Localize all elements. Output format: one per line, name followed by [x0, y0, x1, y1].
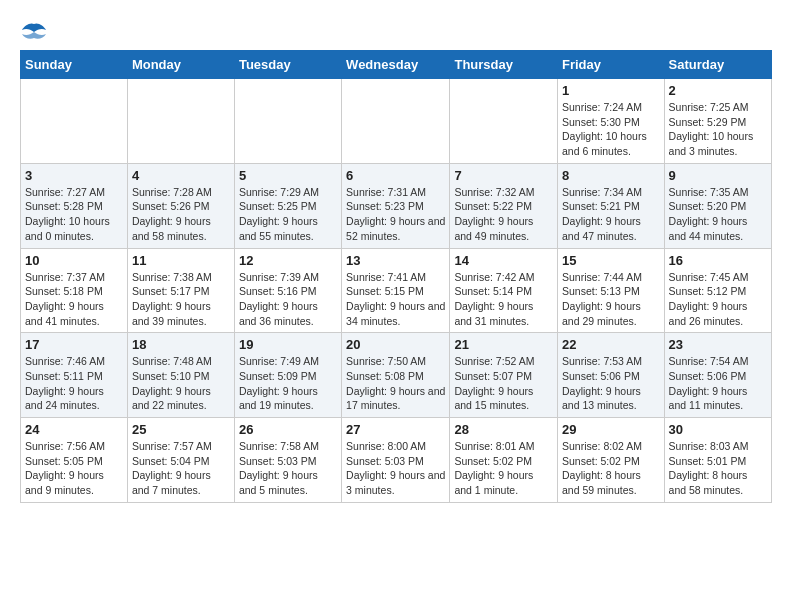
day-info: Sunrise: 7:25 AM Sunset: 5:29 PM Dayligh… — [669, 100, 767, 159]
day-number: 17 — [25, 337, 123, 352]
day-number: 29 — [562, 422, 660, 437]
calendar-cell: 10Sunrise: 7:37 AM Sunset: 5:18 PM Dayli… — [21, 248, 128, 333]
day-info: Sunrise: 7:28 AM Sunset: 5:26 PM Dayligh… — [132, 185, 230, 244]
day-info: Sunrise: 7:49 AM Sunset: 5:09 PM Dayligh… — [239, 354, 337, 413]
day-info: Sunrise: 7:46 AM Sunset: 5:11 PM Dayligh… — [25, 354, 123, 413]
header — [20, 20, 772, 42]
day-number: 30 — [669, 422, 767, 437]
day-number: 27 — [346, 422, 445, 437]
day-number: 23 — [669, 337, 767, 352]
weekday-header-sunday: Sunday — [21, 51, 128, 79]
calendar-cell: 8Sunrise: 7:34 AM Sunset: 5:21 PM Daylig… — [558, 163, 665, 248]
calendar-cell: 15Sunrise: 7:44 AM Sunset: 5:13 PM Dayli… — [558, 248, 665, 333]
calendar-cell: 1Sunrise: 7:24 AM Sunset: 5:30 PM Daylig… — [558, 79, 665, 164]
day-info: Sunrise: 7:38 AM Sunset: 5:17 PM Dayligh… — [132, 270, 230, 329]
day-info: Sunrise: 7:45 AM Sunset: 5:12 PM Dayligh… — [669, 270, 767, 329]
weekday-header-friday: Friday — [558, 51, 665, 79]
calendar-cell: 30Sunrise: 8:03 AM Sunset: 5:01 PM Dayli… — [664, 418, 771, 503]
day-number: 1 — [562, 83, 660, 98]
day-info: Sunrise: 7:52 AM Sunset: 5:07 PM Dayligh… — [454, 354, 553, 413]
calendar-cell: 17Sunrise: 7:46 AM Sunset: 5:11 PM Dayli… — [21, 333, 128, 418]
day-number: 13 — [346, 253, 445, 268]
calendar-header: SundayMondayTuesdayWednesdayThursdayFrid… — [21, 51, 772, 79]
day-number: 12 — [239, 253, 337, 268]
day-number: 24 — [25, 422, 123, 437]
calendar-cell — [342, 79, 450, 164]
calendar-cell: 28Sunrise: 8:01 AM Sunset: 5:02 PM Dayli… — [450, 418, 558, 503]
calendar-cell — [234, 79, 341, 164]
day-info: Sunrise: 7:56 AM Sunset: 5:05 PM Dayligh… — [25, 439, 123, 498]
logo-bird-icon — [20, 20, 48, 42]
calendar-cell: 7Sunrise: 7:32 AM Sunset: 5:22 PM Daylig… — [450, 163, 558, 248]
calendar-cell: 22Sunrise: 7:53 AM Sunset: 5:06 PM Dayli… — [558, 333, 665, 418]
weekday-header-tuesday: Tuesday — [234, 51, 341, 79]
day-number: 14 — [454, 253, 553, 268]
calendar-week-5: 24Sunrise: 7:56 AM Sunset: 5:05 PM Dayli… — [21, 418, 772, 503]
day-number: 15 — [562, 253, 660, 268]
day-number: 10 — [25, 253, 123, 268]
calendar-cell: 12Sunrise: 7:39 AM Sunset: 5:16 PM Dayli… — [234, 248, 341, 333]
calendar-table: SundayMondayTuesdayWednesdayThursdayFrid… — [20, 50, 772, 503]
day-info: Sunrise: 7:58 AM Sunset: 5:03 PM Dayligh… — [239, 439, 337, 498]
day-info: Sunrise: 7:31 AM Sunset: 5:23 PM Dayligh… — [346, 185, 445, 244]
day-number: 3 — [25, 168, 123, 183]
day-info: Sunrise: 7:34 AM Sunset: 5:21 PM Dayligh… — [562, 185, 660, 244]
day-info: Sunrise: 7:42 AM Sunset: 5:14 PM Dayligh… — [454, 270, 553, 329]
day-info: Sunrise: 8:03 AM Sunset: 5:01 PM Dayligh… — [669, 439, 767, 498]
day-info: Sunrise: 7:35 AM Sunset: 5:20 PM Dayligh… — [669, 185, 767, 244]
calendar-cell — [127, 79, 234, 164]
day-info: Sunrise: 7:53 AM Sunset: 5:06 PM Dayligh… — [562, 354, 660, 413]
day-number: 6 — [346, 168, 445, 183]
day-info: Sunrise: 7:50 AM Sunset: 5:08 PM Dayligh… — [346, 354, 445, 413]
logo — [20, 20, 52, 42]
calendar-cell: 26Sunrise: 7:58 AM Sunset: 5:03 PM Dayli… — [234, 418, 341, 503]
calendar-cell: 2Sunrise: 7:25 AM Sunset: 5:29 PM Daylig… — [664, 79, 771, 164]
day-info: Sunrise: 7:24 AM Sunset: 5:30 PM Dayligh… — [562, 100, 660, 159]
day-number: 4 — [132, 168, 230, 183]
calendar-cell: 24Sunrise: 7:56 AM Sunset: 5:05 PM Dayli… — [21, 418, 128, 503]
calendar-cell: 25Sunrise: 7:57 AM Sunset: 5:04 PM Dayli… — [127, 418, 234, 503]
day-number: 7 — [454, 168, 553, 183]
weekday-header-row: SundayMondayTuesdayWednesdayThursdayFrid… — [21, 51, 772, 79]
calendar-cell: 29Sunrise: 8:02 AM Sunset: 5:02 PM Dayli… — [558, 418, 665, 503]
calendar-cell — [450, 79, 558, 164]
day-number: 8 — [562, 168, 660, 183]
page: SundayMondayTuesdayWednesdayThursdayFrid… — [0, 0, 792, 513]
day-number: 19 — [239, 337, 337, 352]
weekday-header-wednesday: Wednesday — [342, 51, 450, 79]
calendar-cell: 27Sunrise: 8:00 AM Sunset: 5:03 PM Dayli… — [342, 418, 450, 503]
weekday-header-monday: Monday — [127, 51, 234, 79]
day-info: Sunrise: 7:39 AM Sunset: 5:16 PM Dayligh… — [239, 270, 337, 329]
day-number: 20 — [346, 337, 445, 352]
day-info: Sunrise: 7:32 AM Sunset: 5:22 PM Dayligh… — [454, 185, 553, 244]
day-info: Sunrise: 8:02 AM Sunset: 5:02 PM Dayligh… — [562, 439, 660, 498]
day-number: 18 — [132, 337, 230, 352]
weekday-header-saturday: Saturday — [664, 51, 771, 79]
calendar-week-1: 1Sunrise: 7:24 AM Sunset: 5:30 PM Daylig… — [21, 79, 772, 164]
day-info: Sunrise: 7:27 AM Sunset: 5:28 PM Dayligh… — [25, 185, 123, 244]
day-info: Sunrise: 7:37 AM Sunset: 5:18 PM Dayligh… — [25, 270, 123, 329]
day-info: Sunrise: 8:00 AM Sunset: 5:03 PM Dayligh… — [346, 439, 445, 498]
calendar-cell: 21Sunrise: 7:52 AM Sunset: 5:07 PM Dayli… — [450, 333, 558, 418]
day-info: Sunrise: 7:29 AM Sunset: 5:25 PM Dayligh… — [239, 185, 337, 244]
calendar-cell: 11Sunrise: 7:38 AM Sunset: 5:17 PM Dayli… — [127, 248, 234, 333]
calendar-cell: 16Sunrise: 7:45 AM Sunset: 5:12 PM Dayli… — [664, 248, 771, 333]
day-info: Sunrise: 7:48 AM Sunset: 5:10 PM Dayligh… — [132, 354, 230, 413]
calendar-cell — [21, 79, 128, 164]
calendar-cell: 19Sunrise: 7:49 AM Sunset: 5:09 PM Dayli… — [234, 333, 341, 418]
calendar-cell: 18Sunrise: 7:48 AM Sunset: 5:10 PM Dayli… — [127, 333, 234, 418]
calendar-cell: 4Sunrise: 7:28 AM Sunset: 5:26 PM Daylig… — [127, 163, 234, 248]
calendar-cell: 20Sunrise: 7:50 AM Sunset: 5:08 PM Dayli… — [342, 333, 450, 418]
day-info: Sunrise: 7:44 AM Sunset: 5:13 PM Dayligh… — [562, 270, 660, 329]
day-info: Sunrise: 7:54 AM Sunset: 5:06 PM Dayligh… — [669, 354, 767, 413]
day-number: 11 — [132, 253, 230, 268]
day-number: 16 — [669, 253, 767, 268]
calendar-cell: 9Sunrise: 7:35 AM Sunset: 5:20 PM Daylig… — [664, 163, 771, 248]
day-number: 22 — [562, 337, 660, 352]
calendar-week-3: 10Sunrise: 7:37 AM Sunset: 5:18 PM Dayli… — [21, 248, 772, 333]
calendar-cell: 13Sunrise: 7:41 AM Sunset: 5:15 PM Dayli… — [342, 248, 450, 333]
day-number: 26 — [239, 422, 337, 437]
calendar-cell: 5Sunrise: 7:29 AM Sunset: 5:25 PM Daylig… — [234, 163, 341, 248]
day-number: 28 — [454, 422, 553, 437]
calendar-cell: 23Sunrise: 7:54 AM Sunset: 5:06 PM Dayli… — [664, 333, 771, 418]
